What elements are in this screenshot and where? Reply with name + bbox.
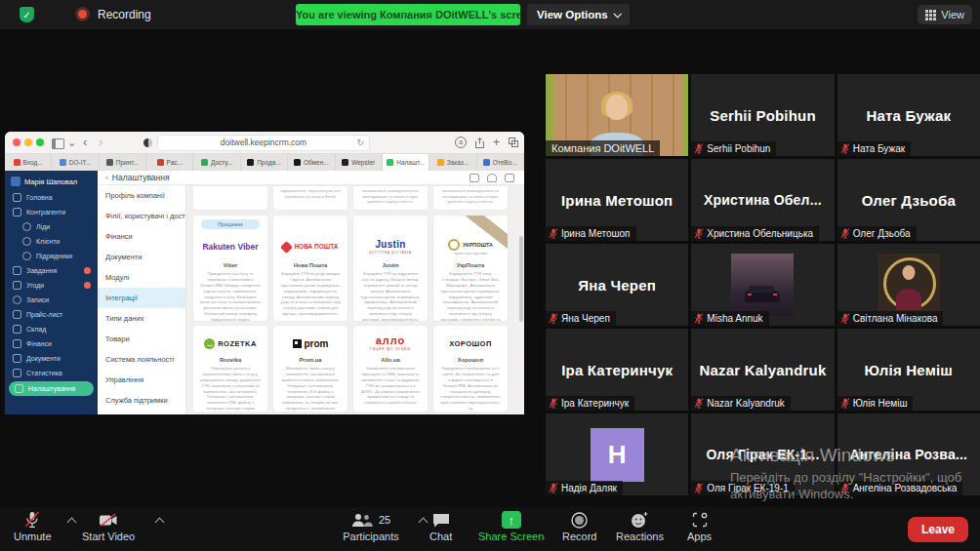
sidebar-item-warehouse[interactable]: Склад [5, 322, 98, 336]
sidebar-item-statistics[interactable]: Статистика [5, 366, 98, 380]
participant-tile[interactable]: Ната Бужак Ната Бужак [837, 74, 980, 156]
sidebar-item-settings[interactable]: Налаштування [9, 381, 94, 396]
video-options-caret[interactable] [155, 518, 165, 528]
settings-item-data-types[interactable]: Типи даних [98, 308, 185, 329]
integration-card-justin[interactable]: JustinДОСТУПНА ДОСТАВКА Justin Формуйте … [352, 215, 429, 322]
bell-icon[interactable] [487, 174, 497, 182]
participant-tile-avatar[interactable]: Н Надія Даляк [546, 413, 688, 495]
browser-tab[interactable]: Заказ... [429, 154, 476, 171]
sidebar-item-deals[interactable]: Угоди [5, 278, 98, 293]
sidebar-item-clients[interactable]: Клієнти [5, 234, 98, 249]
settings-item-modules[interactable]: Модулі [98, 267, 185, 288]
start-video-button[interactable]: Start Video [82, 507, 135, 542]
privacy-shield-icon[interactable] [143, 138, 152, 147]
share-icon[interactable] [475, 138, 484, 148]
sidebar-item-vendors[interactable]: Підрядники [5, 249, 98, 263]
sidebar-item-pricelist[interactable]: Прайс-лист [5, 307, 98, 322]
settings-item-support[interactable]: Служба підтримки [98, 390, 185, 411]
participant-tile-avatar[interactable]: Misha Annuk [691, 244, 834, 326]
minimize-window-button[interactable] [24, 138, 32, 146]
browser-tab[interactable]: Принт... [100, 154, 146, 171]
tab-favicon [201, 159, 208, 166]
integration-card-partial[interactable] [192, 185, 268, 211]
participants-caret[interactable] [419, 518, 429, 528]
settings-item-documents[interactable]: Документи [98, 247, 185, 267]
integration-card-rozetka[interactable]: ROZETKA Rozetka Повноцінна робота з замо… [192, 325, 268, 413]
profile-icon[interactable]: a [455, 137, 467, 148]
view-options-button[interactable]: View Options [527, 4, 630, 25]
sidebar-item-documents[interactable]: Документи [5, 351, 98, 366]
sidebar-item-contractors[interactable]: Контрагенти [5, 205, 98, 219]
sidebar-item-tasks[interactable]: Завдання [5, 263, 98, 278]
participant-tile[interactable]: Христина Обел... Христина Обельницька [691, 159, 834, 241]
unmute-button[interactable]: Unmute [14, 507, 52, 542]
tab-group-chevron-icon[interactable]: ⌄ [67, 136, 76, 149]
integration-card-ukrposhta[interactable]: УКРПОШТАгарантія якості доставки УкрПошт… [432, 215, 509, 322]
new-tab-icon[interactable]: + [493, 136, 500, 149]
browser-tab[interactable]: Прода... [241, 154, 288, 171]
browser-tab[interactable]: Wepster [336, 154, 383, 171]
sidebar-toggle-icon[interactable] [52, 138, 64, 149]
tab-overview-icon[interactable] [509, 138, 518, 147]
integration-card-allo[interactable]: аллоТИЦЯЙ ЩО ХОЧЕШ Allo.ua Замовлення ав… [352, 325, 429, 413]
settings-item-integrations[interactable]: Інтеграції [98, 288, 185, 308]
chat-button[interactable]: Chat [429, 507, 452, 542]
zoom-meeting-window: ✓ Recording You are viewing Компания DOi… [0, 0, 980, 551]
address-bar[interactable]: doitwell.keepincrm.com ↻ [157, 135, 370, 151]
browser-tab[interactable]: Обмен... [288, 154, 335, 171]
sidebar-item-finance[interactable]: Фінанси [5, 336, 98, 351]
reactions-button[interactable]: Reactions [616, 507, 664, 542]
apps-button[interactable]: Apps [687, 507, 712, 542]
participant-tile[interactable]: Яна Череп Яна Череп [546, 244, 688, 326]
integration-card-partial[interactable]: відправлення, переглянули або перейшли п… [272, 185, 348, 211]
integration-card-viber[interactable]: Приєднано Rakuten Viber Viber Приєднання… [192, 215, 268, 322]
view-button[interactable]: View [918, 5, 972, 24]
participant-tile[interactable]: Serhii Pobihun Serhii Pobihun [691, 74, 834, 156]
integration-card-horoshop[interactable]: ХОРОШОП Хорошоп Приєднання необмеженої к… [432, 325, 509, 413]
settings-item-branches-users[interactable]: Філії, користувачі і доступи [98, 206, 185, 226]
browser-tab[interactable]: DO-IT... [52, 154, 99, 171]
scrollbar[interactable] [519, 236, 523, 322]
integration-card-partial[interactable]: автоматичне розподілення по менеджерам т… [432, 185, 509, 211]
integration-card-nova-poshta[interactable]: НОВА ПОШТА Нова Пошта Формуйте ТТН по уг… [272, 215, 348, 322]
browser-tab-active[interactable]: Налашт... [383, 154, 429, 171]
browser-tab[interactable]: Вход... [5, 154, 52, 171]
view-options-label: View Options [537, 4, 608, 25]
sidebar-item-leads[interactable]: Ліди [5, 219, 98, 234]
participant-tile[interactable]: Олег Дзьоба Олег Дзьоба [837, 159, 980, 241]
close-window-button[interactable] [13, 138, 20, 146]
muted-mic-icon [694, 398, 704, 409]
mic-options-caret[interactable] [67, 518, 77, 528]
participant-tile[interactable]: Ірина Метошоп Ірина Метошоп [546, 159, 688, 241]
participant-tile[interactable]: Nazar Kalyandruk Nazar Kalyandruk [691, 329, 834, 411]
integration-card-prom[interactable]: prom Prom.ua Можливість зміни статусу за… [272, 325, 348, 413]
settings-item-company-profile[interactable]: Профіль компанії [98, 185, 185, 206]
settings-item-finance[interactable]: Фінанси [98, 226, 185, 247]
integration-card-partial[interactable]: автоматичне розподілення по менеджерам т… [352, 185, 429, 211]
share-screen-button[interactable]: ↑ Share Screen [478, 507, 544, 542]
settings-item-management[interactable]: Управління [98, 370, 185, 390]
settings-item-products[interactable]: Товари [98, 329, 185, 349]
browser-tab[interactable]: ОтеВо... [477, 154, 524, 171]
participant-tile-avatar[interactable]: Світлана Мінакова [837, 244, 980, 326]
settings-item-loyalty[interactable]: Система лояльності [98, 349, 185, 370]
sidebar-item-home[interactable]: Головна [5, 190, 98, 205]
back-chevron-icon[interactable]: ‹ [105, 173, 108, 182]
notification-badge [84, 267, 91, 274]
leave-button[interactable]: Leave [908, 517, 968, 542]
participants-button[interactable]: 25 Participants [336, 507, 406, 542]
sidebar-item-records[interactable]: Записи [5, 293, 98, 307]
browser-tab[interactable]: Досту... [193, 154, 240, 171]
record-button[interactable]: Record [562, 507, 596, 542]
crm-user-row[interactable]: Марія Шаповал [5, 171, 98, 190]
zoom-window-button[interactable] [36, 138, 44, 146]
reload-icon[interactable]: ↻ [356, 136, 364, 150]
message-icon[interactable] [505, 174, 514, 182]
participant-tile[interactable]: Юлія Неміш Юлія Неміш [837, 329, 980, 411]
back-button[interactable]: ‹ [83, 136, 87, 149]
forward-button[interactable]: › [99, 136, 102, 149]
chat-bubble-icon[interactable] [470, 174, 479, 182]
participant-tile[interactable]: Іра Катеринчук Іра Катеринчук [546, 329, 688, 411]
browser-tab[interactable]: Рас... [146, 154, 193, 171]
participant-tile-video[interactable]: Компания DOitWELL [546, 74, 688, 156]
